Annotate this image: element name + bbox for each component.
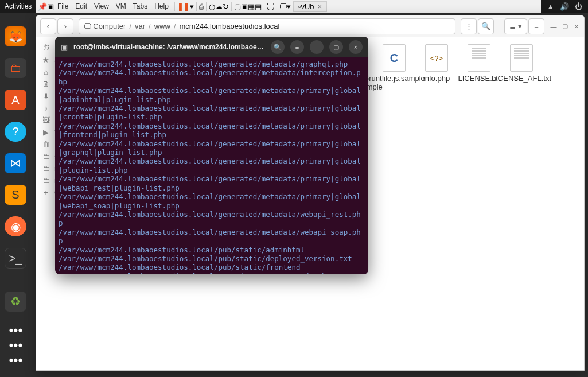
pin-icon[interactable]: 📌: [38, 2, 47, 11]
menu-view[interactable]: View: [94, 2, 109, 10]
dock: 🦊 🗀 A ? ⋈ S ◉ >_ ♻ ⦁⦁⦁⦁⦁⦁⦁⦁⦁: [0, 13, 31, 377]
crumb-computer[interactable]: Computer: [93, 22, 126, 30]
crumb-www[interactable]: www: [154, 22, 170, 30]
terminal-window: ▣ root@lmbs-virtual-machine: /var/www/mc…: [55, 37, 368, 274]
terminal-maximize-button[interactable]: ▢: [329, 40, 343, 54]
terminal-search-button[interactable]: 🔍: [271, 40, 285, 54]
dock-files[interactable]: 🗀: [5, 58, 26, 78]
sidebar-icon: ▶: [42, 128, 50, 137]
cloud-icon[interactable]: ☁: [215, 2, 223, 11]
sidebar-icon: 🗀: [42, 152, 50, 161]
file-item[interactable]: LICENSE.txt: [461, 44, 497, 91]
dropdown-icon[interactable]: ▾: [190, 2, 194, 11]
dock-trash[interactable]: ♻: [5, 292, 26, 312]
crumb-sep: /: [149, 22, 151, 30]
menu-tabs[interactable]: Tabs: [133, 2, 147, 10]
divider: [196, 2, 197, 11]
sidebar-icon: +: [42, 188, 50, 197]
terminal-menu-button[interactable]: ≡: [290, 40, 304, 54]
layout2-icon[interactable]: ▣: [241, 2, 248, 11]
network-icon[interactable]: ▲: [547, 2, 554, 11]
sidebar-icon: ♪: [42, 104, 50, 112]
dock-firefox[interactable]: 🦊: [5, 26, 26, 46]
sidebar-icon: ★: [42, 56, 50, 64]
menu-edit[interactable]: Edit: [75, 2, 87, 10]
hamburger-button[interactable]: ≡: [528, 18, 544, 34]
crumb-current[interactable]: mcm244.lombaoestudios.local: [180, 22, 280, 30]
file-label: Gruntfile.js.sample: [363, 74, 425, 83]
layout1-icon[interactable]: ▢: [234, 2, 241, 11]
display-icon[interactable]: 🖵: [279, 2, 287, 11]
app-icon[interactable]: ▣: [47, 2, 54, 11]
vm-menubar: 📌 ▣ File Edit View VM Tabs Help ❚❚ ▾ ⎙ ◷…: [36, 0, 588, 13]
sidebar-icon: 🖼: [42, 116, 50, 125]
layout4-icon[interactable]: ▤: [255, 2, 262, 11]
crumb-sep: /: [129, 22, 131, 30]
terminal-title: root@lmbs-virtual-machine: /var/www/mcm2…: [73, 43, 265, 51]
file-item[interactable]: LICENSE_AFL.txt: [503, 44, 540, 91]
view-mode-button[interactable]: ≣ ▾: [504, 18, 527, 34]
file-label: LICENSE_AFL.txt: [492, 74, 551, 83]
window-minimize-icon[interactable]: —: [550, 22, 558, 30]
window-close-icon[interactable]: ×: [573, 22, 581, 30]
more-button[interactable]: ⋮: [461, 18, 477, 34]
clock-icon[interactable]: ◷: [209, 2, 215, 11]
divider: [174, 2, 175, 11]
pause-icon[interactable]: ❚❚: [177, 2, 190, 11]
tab-close-icon[interactable]: ×: [318, 2, 322, 11]
crumb-sep: /: [174, 22, 176, 30]
file-label: info.php: [423, 74, 450, 83]
power-icon[interactable]: ⏻: [575, 2, 582, 11]
fullscreen-icon[interactable]: ⛶: [267, 2, 274, 11]
activities-button[interactable]: Activities: [5, 2, 32, 10]
tab-label: vUb: [301, 2, 314, 11]
computer-icon: 🖵: [84, 22, 91, 30]
divider: [231, 2, 232, 11]
divider: [206, 2, 207, 11]
sidebar-icon: 🗑: [42, 140, 50, 149]
snapshot-icon[interactable]: ⎙: [199, 2, 204, 11]
dock-sublime[interactable]: S: [5, 185, 26, 205]
divider: [264, 2, 264, 11]
terminal-minimize-button[interactable]: —: [310, 40, 324, 54]
terminal-body[interactable]: /var/www/mcm244.lombaoestudios.local/gen…: [55, 57, 368, 274]
sidebar-icon: ⏱: [42, 44, 50, 52]
sidebar-icon: 🗎: [42, 80, 50, 88]
new-tab-icon[interactable]: ▣: [61, 43, 68, 52]
file-item[interactable]: CGruntfile.js.sample: [376, 44, 412, 91]
volume-icon[interactable]: 🔊: [560, 2, 569, 11]
dock-store[interactable]: A: [5, 90, 26, 110]
dropdown2-icon[interactable]: ▾: [287, 2, 291, 11]
dock-help[interactable]: ?: [5, 122, 26, 142]
menu-help[interactable]: Help: [154, 2, 169, 10]
dock-postman[interactable]: ◉: [5, 216, 26, 236]
terminal-titlebar[interactable]: ▣ root@lmbs-virtual-machine: /var/www/mc…: [55, 37, 368, 57]
dock-vscode[interactable]: ⋈: [5, 153, 26, 173]
sidebar-icon: ⬇: [42, 92, 50, 100]
dock-apps-grid[interactable]: ⦁⦁⦁⦁⦁⦁⦁⦁⦁: [9, 323, 22, 368]
sidebar-icon: ⌂: [42, 68, 50, 76]
divider: [277, 2, 277, 11]
sidebar-icon: 🗀: [42, 176, 50, 185]
forward-button[interactable]: ›: [57, 18, 73, 34]
layout3-icon[interactable]: ▦: [248, 2, 255, 11]
file-item[interactable]: <?>info.php: [418, 44, 455, 91]
window-maximize-icon[interactable]: ▢: [561, 22, 569, 30]
menu-vm[interactable]: VM: [116, 2, 126, 10]
menu-file[interactable]: File: [57, 2, 68, 10]
crumb-var[interactable]: var: [135, 22, 145, 30]
sidebar-icon: 🗀: [42, 164, 50, 173]
dock-terminal[interactable]: >_: [5, 248, 26, 268]
search-button[interactable]: 🔍: [478, 18, 494, 34]
terminal-close-button[interactable]: ×: [349, 40, 363, 54]
vm-tab[interactable]: ▫ vUb ×: [293, 1, 327, 12]
gnome-system-tray: ▲ 🔊 ⏻: [541, 0, 588, 13]
file-icon: [468, 44, 490, 72]
refresh-icon[interactable]: ↻: [223, 2, 229, 11]
files-titlebar: ‹ › 🖵 Computer / var / www / mcm244.lomb…: [36, 15, 584, 37]
file-icon: C: [383, 44, 406, 72]
back-button[interactable]: ‹: [40, 18, 56, 34]
file-icon: [510, 44, 533, 72]
file-icon: <?>: [425, 44, 448, 72]
breadcrumb[interactable]: 🖵 Computer / var / www / mcm244.lombaoes…: [79, 18, 455, 34]
